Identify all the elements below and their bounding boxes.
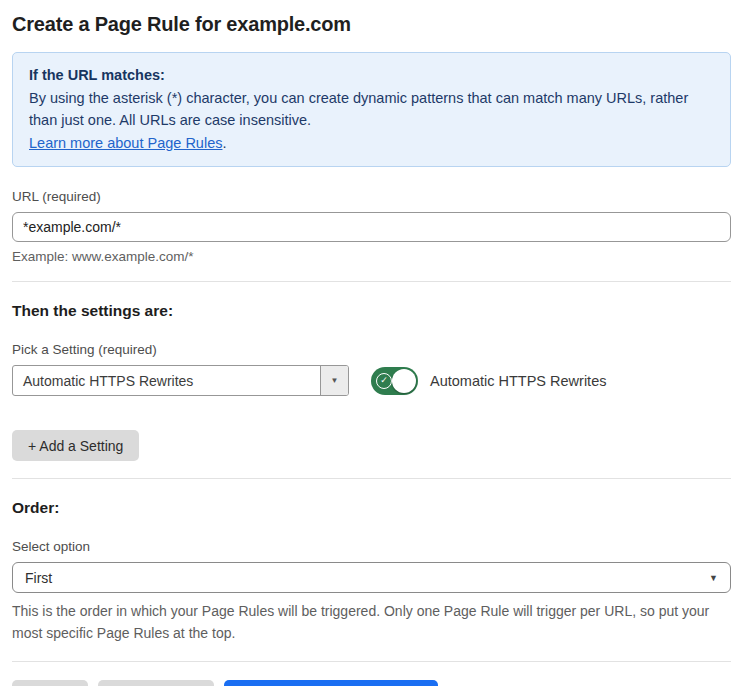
info-box-heading: If the URL matches: bbox=[29, 64, 714, 87]
toggle-knob bbox=[392, 369, 416, 393]
page-title: Create a Page Rule for example.com bbox=[12, 13, 731, 36]
url-field-label: URL (required) bbox=[12, 189, 731, 204]
info-box-link-line: Learn more about Page Rules. bbox=[29, 132, 714, 155]
cancel-button[interactable]: Cancel bbox=[12, 680, 88, 686]
save-as-draft-button[interactable]: Save as Draft bbox=[98, 680, 215, 686]
order-select-label: Select option bbox=[12, 539, 731, 554]
url-example-helper: Example: www.example.com/* bbox=[12, 249, 731, 264]
save-and-deploy-button[interactable]: Save and Deploy Page Rule bbox=[224, 680, 438, 686]
action-bar: Cancel Save as Draft Save and Deploy Pag… bbox=[12, 680, 731, 686]
divider bbox=[12, 281, 731, 282]
automatic-https-rewrites-toggle[interactable]: ✓ bbox=[371, 367, 418, 395]
pick-setting-label: Pick a Setting (required) bbox=[12, 342, 731, 357]
order-helper-text: This is the order in which your Page Rul… bbox=[12, 601, 731, 644]
chevron-down-icon[interactable]: ▼ bbox=[320, 366, 348, 395]
add-setting-button[interactable]: + Add a Setting bbox=[12, 430, 139, 461]
divider bbox=[12, 661, 731, 662]
toggle-label: Automatic HTTPS Rewrites bbox=[430, 373, 606, 389]
order-select-value: First bbox=[25, 570, 52, 586]
setting-row: Automatic HTTPS Rewrites ▼ ✓ Automatic H… bbox=[12, 365, 731, 396]
setting-select-value: Automatic HTTPS Rewrites bbox=[13, 366, 320, 395]
settings-section-heading: Then the settings are: bbox=[12, 302, 731, 320]
divider bbox=[12, 478, 731, 479]
caret-down-icon: ▼ bbox=[709, 573, 718, 583]
order-select[interactable]: First ▼ bbox=[12, 562, 731, 593]
order-section-heading: Order: bbox=[12, 499, 731, 517]
url-input[interactable] bbox=[12, 212, 731, 242]
learn-more-link[interactable]: Learn more about Page Rules bbox=[29, 135, 222, 151]
setting-select[interactable]: Automatic HTTPS Rewrites ▼ bbox=[12, 365, 349, 396]
page-rule-form: Create a Page Rule for example.com If th… bbox=[0, 13, 743, 686]
url-match-info-box: If the URL matches: By using the asteris… bbox=[12, 52, 731, 167]
info-box-body: By using the asterisk (*) character, you… bbox=[29, 87, 714, 132]
link-suffix: . bbox=[222, 135, 226, 151]
check-icon: ✓ bbox=[376, 373, 392, 389]
